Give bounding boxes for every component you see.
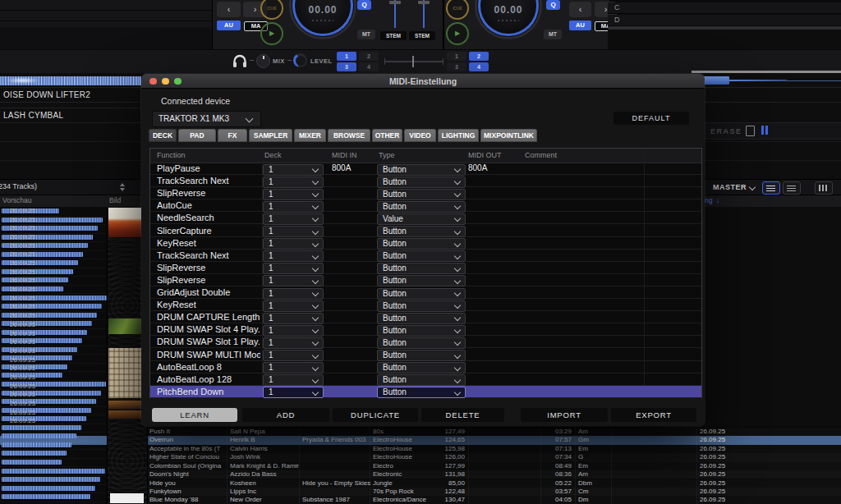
pause-bars-icon[interactable] — [761, 126, 764, 135]
type-select[interactable]: Value — [377, 213, 466, 225]
tab-pad[interactable]: PAD — [178, 129, 216, 142]
document-icon[interactable] — [746, 126, 755, 136]
deck-select[interactable]: 1 — [263, 238, 324, 250]
type-select[interactable]: Button — [377, 263, 466, 274]
deck-select[interactable]: 1 — [263, 213, 324, 225]
headphone-level-knob[interactable] — [293, 53, 307, 67]
export-button[interactable]: EXPORT — [611, 408, 696, 422]
mapping-comment[interactable] — [525, 262, 640, 274]
deck-select[interactable]: 1 — [263, 387, 324, 398]
cue-button-right-2[interactable]: 2 — [469, 52, 489, 61]
mapping-comment[interactable] — [525, 225, 640, 237]
mapping-comment[interactable] — [525, 250, 640, 262]
mapping-comment[interactable] — [525, 311, 640, 323]
tab-mixer[interactable]: MIXER — [294, 129, 326, 142]
mapping-midi-in[interactable] — [332, 349, 375, 361]
mapping-comment[interactable] — [525, 237, 640, 250]
mapping-comment[interactable] — [525, 336, 640, 348]
crossfader-track[interactable] — [384, 61, 443, 62]
stem-fader-1-handle[interactable] — [389, 1, 401, 4]
cue-button-left-1[interactable]: 1 — [337, 52, 356, 61]
mapping-midi-in[interactable] — [332, 386, 375, 398]
deck-select[interactable]: 1 — [263, 350, 324, 361]
type-select[interactable]: Button — [377, 325, 466, 337]
deck-b-cue-button[interactable]: CUE — [446, 0, 469, 20]
deck-select[interactable]: 1 — [263, 362, 324, 373]
midi-mapping-row[interactable]: SlipReverse1Button — [150, 274, 701, 286]
sort-down-icon[interactable] — [120, 188, 125, 191]
tab-deck[interactable]: DECK — [149, 129, 177, 142]
mapping-midi-in[interactable] — [332, 336, 375, 348]
device-select[interactable]: TRAKTOR X1 MK3 — [152, 111, 261, 127]
mapping-midi-in[interactable] — [332, 225, 375, 237]
mapping-midi-in[interactable] — [332, 199, 375, 212]
stem-fader-2[interactable] — [423, 0, 425, 28]
type-select[interactable]: Button — [377, 313, 466, 324]
mapping-midi-out[interactable] — [468, 274, 517, 286]
midi-mapping-row[interactable]: NeedleSearch1Value — [150, 212, 701, 224]
midi-mapping-row[interactable]: DRUM SWAP MULTI Mode1Button — [150, 349, 701, 361]
mapping-comment[interactable] — [525, 212, 640, 224]
type-select[interactable]: Button — [377, 176, 466, 188]
mapping-midi-out[interactable] — [468, 175, 517, 187]
deck-select[interactable]: 1 — [263, 201, 324, 213]
midi-mapping-row[interactable]: AutoBeatLoop 1281Button — [150, 373, 701, 386]
deck-select[interactable]: 1 — [263, 374, 324, 386]
sort-up-icon[interactable] — [120, 183, 125, 186]
master-dropdown[interactable]: MASTER — [713, 183, 747, 191]
deck-select[interactable]: 1 — [263, 164, 324, 176]
deck-b-au-button[interactable]: AU — [569, 21, 591, 30]
deck-select[interactable]: 1 — [263, 337, 324, 349]
view-list-button[interactable] — [762, 181, 780, 195]
col-type[interactable]: Type — [379, 149, 395, 163]
mapping-midi-out[interactable] — [468, 311, 517, 323]
sample-lane-1-title[interactable]: OISE DOWN LIFTER2 — [3, 90, 90, 99]
mapping-midi-out[interactable] — [468, 323, 517, 336]
cue-button-right-4[interactable]: 4 — [469, 62, 489, 71]
mapping-midi-out[interactable] — [468, 262, 517, 274]
mapping-midi-out[interactable] — [468, 187, 517, 199]
view-columns-button[interactable] — [815, 181, 833, 195]
stem-fader-2-handle[interactable] — [418, 1, 430, 4]
midi-mapping-row[interactable]: SlipReverse1Button — [150, 187, 701, 199]
midi-mapping-row[interactable]: KeyReset1Button — [150, 237, 701, 250]
deck-select[interactable]: 1 — [263, 288, 324, 300]
sort-column-header[interactable]: ng — [705, 195, 712, 206]
midi-mapping-row[interactable]: DRUM SWAP Slot 4 Play...1Button — [150, 323, 701, 336]
deck-b-prev-button[interactable]: ‹ — [569, 2, 591, 17]
cue-button-left-3[interactable]: 3 — [337, 62, 356, 71]
midi-mapping-row[interactable]: GridAdjust Double1Button — [150, 286, 701, 299]
mapping-midi-in[interactable] — [332, 262, 375, 274]
tab-mixpointlink[interactable]: MIXPOINTLINK — [480, 129, 537, 142]
deck-select[interactable]: 1 — [263, 226, 324, 237]
mapping-comment[interactable] — [525, 286, 640, 299]
col-function[interactable]: Function — [157, 149, 186, 163]
tab-other[interactable]: OTHER — [372, 129, 402, 142]
mapping-comment[interactable] — [525, 199, 640, 212]
mapping-comment[interactable] — [525, 163, 640, 175]
deck-a-prev-button[interactable]: ‹ — [217, 2, 241, 17]
mapping-comment[interactable] — [525, 175, 640, 187]
deck-a-play-button[interactable]: ▶ — [260, 22, 283, 45]
mapping-midi-out[interactable] — [468, 237, 517, 250]
deck-select[interactable]: 1 — [263, 189, 324, 200]
mapping-midi-in[interactable] — [332, 212, 375, 224]
mapping-midi-in[interactable] — [332, 323, 375, 336]
mapping-midi-in[interactable] — [332, 373, 375, 386]
stem-fader-1[interactable] — [394, 0, 396, 28]
type-select[interactable]: Button — [377, 374, 466, 386]
mapping-midi-in[interactable] — [332, 361, 375, 373]
mapping-midi-in[interactable] — [332, 286, 375, 299]
deck-a-cue-button[interactable]: CUE — [260, 0, 283, 20]
mapping-midi-out[interactable] — [468, 199, 517, 212]
mapping-midi-out[interactable] — [468, 336, 517, 348]
mapping-comment[interactable] — [525, 349, 640, 361]
deck-c-lane[interactable]: C — [608, 2, 841, 14]
deck-a-jog-wheel[interactable]: 00.00 — [289, 0, 356, 39]
type-select[interactable]: Button — [377, 164, 466, 176]
mapping-comment[interactable] — [525, 323, 640, 336]
col-comment[interactable]: Comment — [525, 149, 557, 163]
delete-button[interactable]: DELETE — [421, 408, 504, 422]
deck-a-quantize-button[interactable]: Q — [357, 0, 371, 10]
image-column-header[interactable]: Bild — [109, 195, 121, 206]
